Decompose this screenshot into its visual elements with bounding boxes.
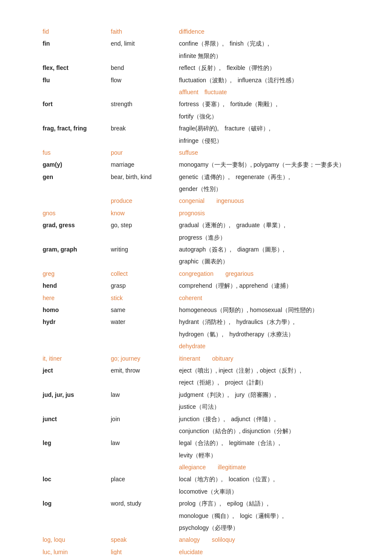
cell-14-0 (43, 195, 111, 207)
cell-11-0: gam(y) (43, 159, 111, 171)
cell-36-0 (43, 461, 111, 473)
cell-24-0: hydr (43, 316, 111, 328)
cell-15-1: know (111, 207, 179, 219)
cell-25-2: hydrogen（氫）, hydrotherapy（水療法） (179, 328, 366, 340)
cell-43-1: light (111, 546, 179, 555)
cell-19-0 (43, 255, 111, 267)
cell-27-1: go; journey (111, 353, 179, 364)
cell-12-1: bear, birth, kind (111, 171, 179, 183)
cell-8-2: fragile(易碎的), fracture（破碎）, (179, 122, 366, 134)
cell-3-1: bend (111, 62, 179, 74)
cell-31-1 (111, 401, 179, 413)
cell-0-0: fid (43, 26, 111, 38)
cell-42-2: analogy soliloquy (179, 534, 366, 546)
cell-37-1: place (111, 473, 179, 485)
cell-9-2: infringe（侵犯） (179, 135, 366, 147)
cell-0-1: faith (111, 26, 179, 38)
cell-43-2: elucidate (179, 546, 366, 555)
cell-39-2: prolog（序言）, epilog（結語）, (179, 497, 366, 509)
cell-1-2: confine（界限）, finish（完成）, (179, 38, 366, 49)
cell-15-2: prognosis (179, 207, 366, 219)
cell-40-1 (111, 510, 179, 522)
cell-8-0: frag, fract, fring (43, 122, 111, 134)
cell-13-0 (43, 183, 111, 195)
cell-20-0: greg (43, 268, 111, 280)
cell-3-2: reflect（反射）, flexible（彈性的） (179, 62, 366, 74)
cell-3-0: flex, flect (43, 62, 111, 74)
cell-41-1 (111, 522, 179, 534)
cell-32-0: junct (43, 413, 111, 425)
cell-35-0 (43, 449, 111, 461)
cell-16-0: grad, gress (43, 219, 111, 231)
cell-5-0 (43, 86, 111, 98)
cell-2-0 (43, 50, 111, 62)
cell-21-0: hend (43, 280, 111, 292)
cell-7-2: fortify（強化） (179, 110, 366, 122)
cell-10-2: suffuse (179, 147, 366, 159)
cell-1-1: end, limit (111, 38, 179, 49)
cell-21-2: comprehend（理解）, apprehend（逮捕） (179, 280, 366, 292)
cell-25-0 (43, 328, 111, 340)
cell-23-2: homogeneous（同類的）, homosexual（同性戀的） (179, 304, 366, 316)
cell-30-2: judgment（判決）, jury（陪審團）, (179, 389, 366, 401)
cell-6-1: strength (111, 98, 179, 110)
cell-35-1 (111, 449, 179, 461)
cell-27-0: it, itiner (43, 353, 111, 364)
cell-1-0: fin (43, 38, 111, 49)
cell-37-0: loc (43, 473, 111, 485)
cell-35-2: levity（輕率） (179, 449, 366, 461)
cell-22-1: stick (111, 292, 179, 304)
cell-12-2: genetic（遺傳的）, regenerate（再生）, (179, 171, 366, 183)
cell-33-1 (111, 425, 179, 437)
cell-31-0 (43, 401, 111, 413)
cell-39-1: word, study (111, 497, 179, 509)
cell-6-2: fortress（要塞）, fortitude（剛毅）, (179, 98, 366, 110)
cell-17-2: progress（進步） (179, 231, 366, 243)
cell-42-0: log, loqu (43, 534, 111, 546)
cell-37-2: local（地方的）, location（位置）, (179, 473, 366, 485)
cell-23-0: homo (43, 304, 111, 316)
cell-18-1: writing (111, 243, 179, 255)
cell-34-1: law (111, 437, 179, 449)
cell-18-2: autograph（簽名）, diagram（圖形）, (179, 243, 366, 255)
cell-10-1: pour (111, 147, 179, 159)
cell-19-1 (111, 255, 179, 267)
cell-23-1: same (111, 304, 179, 316)
cell-40-0 (43, 510, 111, 522)
cell-32-2: junction（接合）, adjunct（伴隨）, (179, 413, 366, 425)
cell-5-1 (111, 86, 179, 98)
cell-24-1: water (111, 316, 179, 328)
cell-33-0 (43, 425, 111, 437)
cell-9-0 (43, 135, 111, 147)
cell-40-2: monologue（獨自）, logic（邏輯學）, (179, 510, 366, 522)
cell-27-2: itinerant obituary (179, 353, 366, 364)
cell-11-2: monogamy（一夫一妻制）, polygamy（一夫多妻；一妻多夫） (179, 159, 366, 171)
cell-42-1: speak (111, 534, 179, 546)
cell-7-1 (111, 110, 179, 122)
cell-26-0 (43, 340, 111, 352)
cell-30-1: law (111, 389, 179, 401)
cell-14-1: produce (111, 195, 179, 207)
cell-29-2: reject（拒絕）, project（計劃） (179, 376, 366, 388)
cell-29-0 (43, 376, 111, 388)
cell-28-0: ject (43, 364, 111, 376)
cell-38-1 (111, 486, 179, 497)
cell-9-1 (111, 135, 179, 147)
cell-38-2: locomotive（火車頭） (179, 486, 366, 497)
cell-4-1: flow (111, 74, 179, 86)
cell-0-2: diffidence (179, 26, 366, 38)
cell-41-2: psychology（必理學） (179, 522, 366, 534)
cell-8-1: break (111, 122, 179, 134)
cell-13-1 (111, 183, 179, 195)
cell-20-1: collect (111, 268, 179, 280)
cell-6-0: fort (43, 98, 111, 110)
cell-28-2: eject（噴出）, inject（注射）, object（反對）, (179, 364, 366, 376)
cell-39-0: log (43, 497, 111, 509)
cell-41-0 (43, 522, 111, 534)
cell-5-2: affluent fluctuate (179, 86, 366, 98)
cell-22-2: coherent (179, 292, 366, 304)
cell-20-2: congregation gregarious (179, 268, 366, 280)
cell-16-1: go, step (111, 219, 179, 231)
cell-12-0: gen (43, 171, 111, 183)
cell-17-0 (43, 231, 111, 243)
